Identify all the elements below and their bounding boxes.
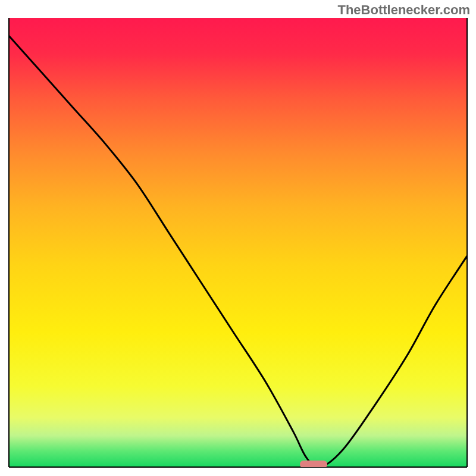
chart-svg [0, 0, 476, 476]
chart-background [9, 18, 467, 467]
chart-container: TheBottlenecker.com [0, 0, 476, 476]
watermark-text: TheBottlenecker.com [337, 2, 470, 18]
